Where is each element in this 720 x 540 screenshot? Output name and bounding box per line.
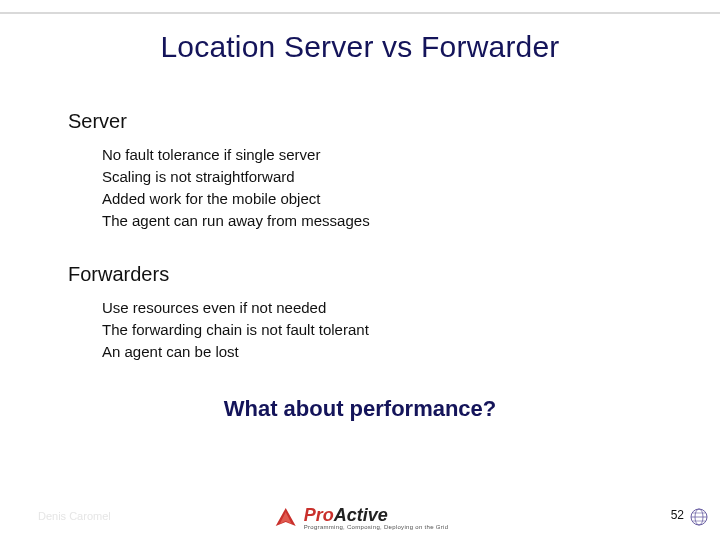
bullet-item: An agent can be lost (102, 341, 369, 363)
logo-tagline: Programming, Composing, Deploying on the… (304, 524, 449, 530)
footer-logo: ProActive Programming, Composing, Deploy… (272, 506, 449, 530)
logo-mark-icon (272, 506, 300, 530)
logo-pro: Pro (304, 505, 334, 525)
bullet-item: Use resources even if not needed (102, 297, 369, 319)
bullet-item: The forwarding chain is not fault tolera… (102, 319, 369, 341)
bullet-list-server: No fault tolerance if single server Scal… (102, 144, 370, 232)
logo-active: Active (334, 505, 388, 525)
globe-icon (690, 508, 708, 526)
bullet-item: Scaling is not straightforward (102, 166, 370, 188)
closing-question: What about performance? (0, 396, 720, 422)
bullet-item: No fault tolerance if single server (102, 144, 370, 166)
bullet-item: Added work for the mobile object (102, 188, 370, 210)
slide-title: Location Server vs Forwarder (0, 30, 720, 64)
section-heading-forwarders: Forwarders (68, 263, 169, 286)
bullet-item: The agent can run away from messages (102, 210, 370, 232)
footer-author: Denis Caromel (38, 510, 111, 522)
section-heading-server: Server (68, 110, 127, 133)
bullet-list-forwarders: Use resources even if not needed The for… (102, 297, 369, 363)
top-divider (0, 12, 720, 14)
logo-text: ProActive Programming, Composing, Deploy… (304, 506, 449, 530)
logo-wordmark: ProActive (304, 506, 449, 524)
page-number: 52 (671, 508, 684, 522)
